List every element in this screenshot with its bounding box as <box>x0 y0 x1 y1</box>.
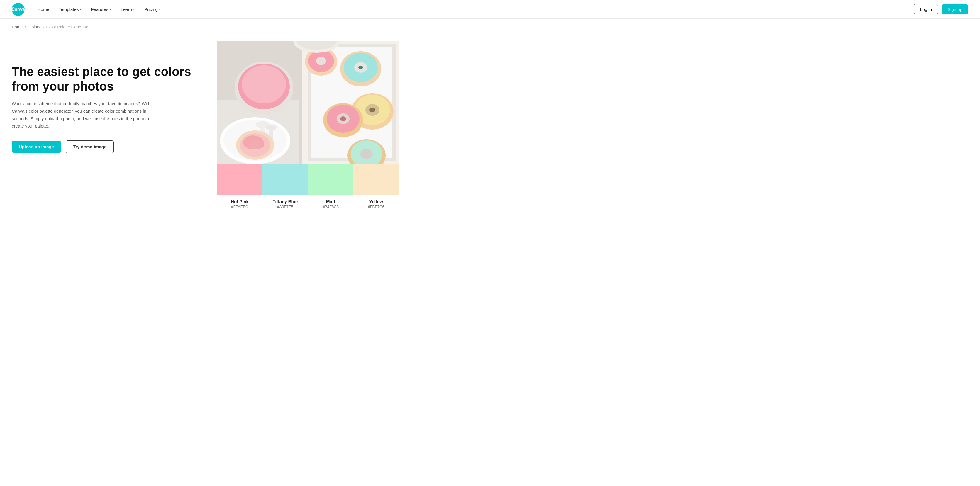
svg-point-10 <box>266 125 277 130</box>
templates-chevron-icon: ▾ <box>80 7 81 11</box>
home-label: Home <box>38 7 49 12</box>
breadcrumb: Home › Colors › Color Palette Generator <box>0 19 980 35</box>
breadcrumb-current: Color Palette Generator <box>46 25 90 29</box>
login-button[interactable]: Log in <box>914 4 938 14</box>
right-panel: Hot Pink #FFAEBC Tiffany Blue #A0E7E5 Mi… <box>217 41 399 210</box>
nav-right: Log in Sign up <box>914 4 968 14</box>
features-chevron-icon: ▾ <box>110 7 111 11</box>
palette-color-hex-1: #A0E7E5 <box>265 205 305 209</box>
palette-labels: Hot Pink #FFAEBC Tiffany Blue #A0E7E5 Mi… <box>217 195 399 210</box>
breadcrumb-colors[interactable]: Colors <box>29 25 40 29</box>
navbar: Canva Home Templates ▾ Features ▾ Learn … <box>0 0 980 19</box>
breadcrumb-home[interactable]: Home <box>12 25 22 29</box>
palette-swatch-2 <box>308 164 353 195</box>
nav-learn[interactable]: Learn ▾ <box>117 5 138 14</box>
hero-description: Want a color scheme that perfectly match… <box>12 100 153 130</box>
features-label: Features <box>91 7 108 12</box>
svg-point-36 <box>340 116 346 121</box>
learn-label: Learn <box>121 7 132 12</box>
pricing-label: Pricing <box>144 7 158 12</box>
palette-swatch-3 <box>353 164 399 195</box>
palette-label-0: Hot Pink #FFAEBC <box>217 195 262 210</box>
logo-text: Canva <box>11 7 25 12</box>
palette-color-hex-3: #FBE7C6 <box>356 205 396 209</box>
canva-logo[interactable]: Canva <box>12 3 25 16</box>
templates-label: Templates <box>59 7 79 12</box>
svg-point-25 <box>358 66 363 69</box>
palette-swatch-1 <box>262 164 308 195</box>
palette-swatch-0 <box>217 164 262 195</box>
nav-home[interactable]: Home <box>34 5 53 14</box>
palette-color-hex-2: #B4F8C8 <box>310 205 351 209</box>
palette-color-name-1: Tiffany Blue <box>265 199 305 204</box>
signup-button[interactable]: Sign up <box>942 5 968 14</box>
hero-title: The easiest place to get colors from you… <box>12 65 194 94</box>
pricing-chevron-icon: ▾ <box>159 7 161 11</box>
palette-color-name-3: Yellow <box>356 199 396 204</box>
palette-color-hex-0: #FFAEBC <box>220 205 260 209</box>
svg-point-5 <box>242 65 286 103</box>
demo-image <box>217 41 399 164</box>
nav-pricing[interactable]: Pricing ▾ <box>141 5 164 14</box>
nav-links: Home Templates ▾ Features ▾ Learn ▾ Pric… <box>34 5 164 14</box>
svg-point-39 <box>360 149 373 159</box>
palette-swatches <box>217 164 399 195</box>
upload-image-button[interactable]: Upload an image <box>12 141 61 153</box>
svg-rect-21 <box>392 44 396 161</box>
try-demo-button[interactable]: Try demo image <box>66 140 114 153</box>
breadcrumb-sep-1: › <box>25 25 26 29</box>
left-panel: The easiest place to get colors from you… <box>12 41 194 153</box>
nav-left: Canva Home Templates ▾ Features ▾ Learn … <box>12 3 164 16</box>
palette-label-3: Yellow #FBE7C6 <box>353 195 399 210</box>
main-content: The easiest place to get colors from you… <box>0 35 980 228</box>
svg-point-32 <box>369 108 375 112</box>
nav-templates[interactable]: Templates ▾ <box>55 5 85 14</box>
cta-buttons: Upload an image Try demo image <box>12 140 194 153</box>
palette-label-2: Mint #B4F8C8 <box>308 195 353 210</box>
svg-point-28 <box>316 57 326 65</box>
breadcrumb-sep-2: › <box>43 25 44 29</box>
palette-color-name-0: Hot Pink <box>220 199 260 204</box>
nav-features[interactable]: Features ▾ <box>88 5 115 14</box>
palette-color-name-2: Mint <box>310 199 351 204</box>
learn-chevron-icon: ▾ <box>133 7 135 11</box>
palette-label-1: Tiffany Blue #A0E7E5 <box>262 195 308 210</box>
